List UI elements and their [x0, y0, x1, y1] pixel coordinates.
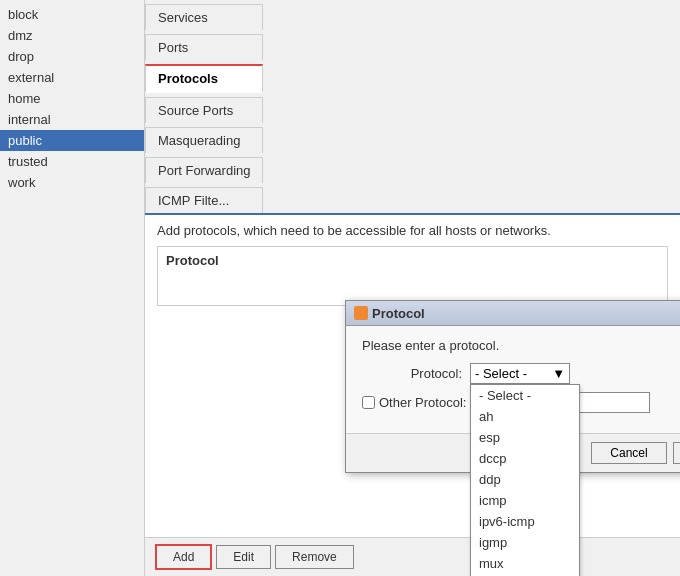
tab-port-forwarding[interactable]: Port Forwarding — [145, 157, 263, 183]
ok-button[interactable]: OK — [673, 442, 680, 464]
dropdown-option-dccp[interactable]: dccp — [471, 448, 579, 469]
content-body: Add protocols, which need to be accessib… — [145, 215, 680, 537]
dialog-body: Please enter a protocol. Protocol: - Sel… — [346, 326, 680, 433]
dialog-title-text: Protocol — [372, 306, 425, 321]
protocol-dropdown-wrapper: - Select - ▼ - Select -ahespdccpddpicmpi… — [470, 363, 570, 384]
edit-button[interactable]: Edit — [216, 545, 271, 569]
dropdown-option-select[interactable]: - Select - — [471, 385, 579, 406]
sidebar-item-trusted[interactable]: trusted — [0, 151, 144, 172]
dropdown-option-ddp[interactable]: ddp — [471, 469, 579, 490]
tab-services[interactable]: Services — [145, 4, 263, 30]
sidebar-item-dmz[interactable]: dmz — [0, 25, 144, 46]
protocol-label: Protocol: — [362, 366, 462, 381]
tab-masquerading[interactable]: Masquerading — [145, 127, 263, 153]
sidebar-item-public[interactable]: public — [0, 130, 144, 151]
content-description: Add protocols, which need to be accessib… — [157, 223, 668, 238]
remove-button[interactable]: Remove — [275, 545, 354, 569]
sidebar-item-internal[interactable]: internal — [0, 109, 144, 130]
protocol-dropdown-container: - Select - ▼ - Select -ahespdccpddpicmpi… — [470, 363, 680, 384]
protocol-table-header: Protocol — [162, 251, 663, 270]
dropdown-option-ipv6-icmp[interactable]: ipv6-icmp — [471, 511, 579, 532]
firewall-icon — [354, 306, 368, 320]
protocol-form-row: Protocol: - Select - ▼ - Select -ahespdc… — [362, 363, 680, 384]
cancel-button[interactable]: Cancel — [591, 442, 666, 464]
dropdown-arrow-icon: ▼ — [552, 366, 565, 381]
tab-ports[interactable]: Ports — [145, 34, 263, 60]
protocol-dialog: Protocol ✕ Please enter a protocol. Prot… — [345, 300, 680, 473]
sidebar-item-external[interactable]: external — [0, 67, 144, 88]
dropdown-option-icmp[interactable]: icmp — [471, 490, 579, 511]
other-protocol-checkbox[interactable] — [362, 396, 375, 409]
dropdown-option-mux[interactable]: mux — [471, 553, 579, 574]
dialog-title: Protocol — [354, 306, 425, 321]
bottom-bar: Add Edit Remove — [145, 537, 680, 576]
tab-protocols[interactable]: Protocols — [145, 64, 263, 93]
dropdown-option-esp[interactable]: esp — [471, 427, 579, 448]
other-protocol-label: Other Protocol: — [379, 395, 466, 410]
sidebar: blockdmzdropexternalhomeinternalpublictr… — [0, 0, 145, 576]
sidebar-item-work[interactable]: work — [0, 172, 144, 193]
dialog-instruction: Please enter a protocol. — [362, 338, 680, 353]
content-area: ServicesPortsProtocolsSource PortsMasque… — [145, 0, 680, 576]
add-button[interactable]: Add — [155, 544, 212, 570]
sidebar-item-home[interactable]: home — [0, 88, 144, 109]
dialog-titlebar: Protocol ✕ — [346, 301, 680, 326]
protocol-table-area: Protocol — [157, 246, 668, 306]
dropdown-option-ah[interactable]: ah — [471, 406, 579, 427]
tabs-bar: ServicesPortsProtocolsSource PortsMasque… — [145, 0, 680, 215]
tab-source-ports[interactable]: Source Ports — [145, 97, 263, 123]
tab-icmp-filter[interactable]: ICMP Filte... — [145, 187, 263, 213]
protocol-dropdown-select[interactable]: - Select - ▼ — [470, 363, 570, 384]
dropdown-options-list: - Select -ahespdccpddpicmpipv6-icmpigmpm… — [470, 384, 580, 576]
dropdown-option-igmp[interactable]: igmp — [471, 532, 579, 553]
dropdown-selected-value: - Select - — [475, 366, 527, 381]
sidebar-item-drop[interactable]: drop — [0, 46, 144, 67]
sidebar-item-block[interactable]: block — [0, 4, 144, 25]
